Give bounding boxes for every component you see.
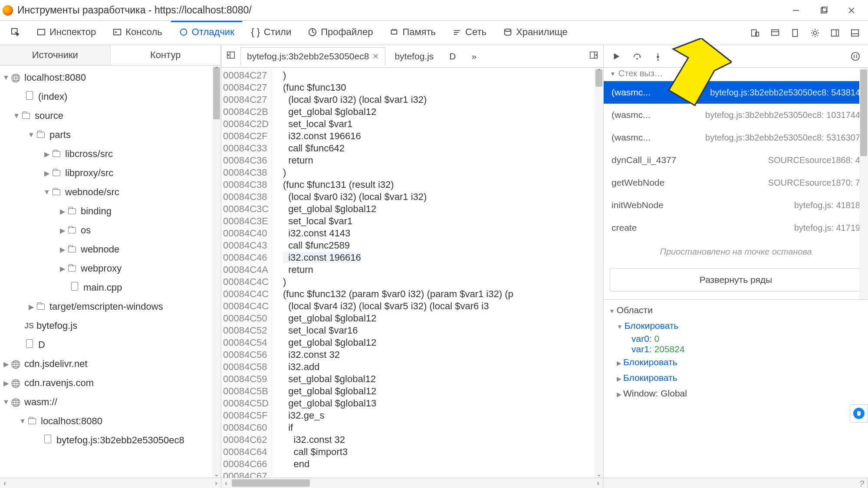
svg-rect-6	[38, 29, 45, 35]
tree-folder[interactable]: ▶target/emscripten-windows	[0, 297, 221, 316]
svg-rect-26	[852, 29, 859, 36]
svg-point-37	[657, 59, 659, 61]
sources-subtabs: Источники Контур	[0, 45, 221, 66]
tab-debugger[interactable]: Отладчик	[171, 21, 242, 43]
tree-host[interactable]: ▶cdn.ravenjs.com	[0, 373, 221, 393]
tree-file[interactable]: bytefog.js:3b2ebb2e53050ec8	[0, 431, 221, 450]
bottom-scrollbar[interactable]: ‹› ‹› ?	[0, 478, 868, 488]
svg-rect-22	[793, 29, 798, 36]
file-tab[interactable]: D	[443, 47, 462, 66]
tree-folder[interactable]: ▶libcross/src	[0, 144, 221, 164]
svg-rect-24	[832, 29, 839, 36]
tree-folder[interactable]: ▼parts	[0, 125, 221, 144]
code-editor[interactable]: ⌃⌄ 00084C2700084C2700084C2700084C2B00084…	[221, 68, 603, 478]
scope-block[interactable]: Блокировать	[623, 373, 677, 383]
stack-frame[interactable]: (wasmc...bytefog.js:3b2ebb2e53050ec8: 54…	[604, 81, 868, 104]
dock-bottom-icon[interactable]	[849, 27, 861, 39]
pick-element-button[interactable]	[3, 23, 28, 43]
file-tab-active[interactable]: bytefog.js:3b2ebb2e53050ec8✕	[240, 47, 385, 66]
svg-rect-7	[114, 29, 121, 35]
svg-point-8	[180, 29, 187, 36]
call-stack: ▼Стек выз… (wasmc...bytefog.js:3b2ebb2e5…	[604, 68, 868, 299]
tree-file[interactable]: D	[0, 335, 221, 354]
svg-marker-32	[614, 53, 620, 59]
file-tab[interactable]: bytefog.js	[388, 47, 440, 66]
scope-window[interactable]: Window: Global	[623, 388, 687, 398]
tree-folder[interactable]: ▼source	[0, 106, 221, 125]
scopes-header[interactable]: Области	[617, 305, 653, 315]
svg-rect-2	[822, 7, 828, 12]
svg-rect-1	[821, 8, 826, 13]
callstack-header[interactable]: ▼Стек выз…	[604, 68, 868, 81]
tab-styles[interactable]: { }Стили	[243, 22, 299, 43]
tree-host[interactable]: ▼localhost:8080	[0, 68, 221, 87]
stack-scrollbar[interactable]	[859, 68, 868, 299]
code-scrollbar[interactable]: ⌃⌄	[595, 68, 603, 478]
tree-folder[interactable]: ▶webproxy	[0, 259, 221, 278]
close-button[interactable]	[838, 1, 865, 20]
tab-profiler[interactable]: Профайлер	[300, 22, 381, 43]
stack-frame[interactable]: createbytefog.js: 41719	[604, 216, 868, 239]
tab-storage[interactable]: Хранилище	[495, 22, 575, 43]
tab-outline[interactable]: Контур	[111, 45, 221, 65]
scopes-panel: ▼ Области ▼ Блокировать var0: 0 var1: 20…	[604, 299, 868, 404]
tree-folder[interactable]: ▶binding	[0, 202, 221, 221]
resume-icon[interactable]	[611, 51, 622, 62]
tree-folder[interactable]: ▼localhost:8080	[0, 412, 221, 431]
debugger-controls	[604, 45, 868, 68]
file-tab-bar: bytefog.js:3b2ebb2e53050ec8✕ bytefog.js …	[221, 45, 603, 68]
maximize-button[interactable]	[810, 1, 838, 20]
tree-scrollbar[interactable]: ⌃⌄	[212, 66, 221, 478]
screenshot-icon[interactable]	[789, 27, 801, 39]
tree-folder[interactable]: ▶os	[0, 221, 221, 240]
tree-file[interactable]: JSbytefog.js	[0, 316, 221, 335]
firefox-logo-icon	[3, 5, 13, 16]
tree-folder[interactable]: ▶webnode	[0, 240, 221, 259]
code-body: )(func $func130 (local $var0 i32) (local…	[272, 68, 603, 478]
scope-variable[interactable]: var0: 0	[609, 334, 863, 344]
stack-frame[interactable]: getWebNodeSOURCEsource1870: 7	[604, 171, 868, 194]
minimize-button[interactable]	[782, 1, 810, 20]
stack-frame[interactable]: (wasmc...bytefog.js:3b2ebb2e53050ec8: 53…	[604, 126, 868, 149]
tree-folder[interactable]: ▶libproxy/src	[0, 164, 221, 183]
stack-frame[interactable]: (wasmc...bytefog.js:3b2ebb2e53050ec8: 10…	[604, 104, 868, 126]
file-tree: ⌃⌄ ▼localhost:8080 (index) ▼source ▼part…	[0, 66, 221, 478]
svg-point-17	[505, 29, 511, 32]
window-title-bar: Инструменты разработчика - https://local…	[0, 0, 868, 21]
tab-network[interactable]: Сеть	[444, 22, 494, 43]
scope-variable[interactable]: var1: 205824	[609, 344, 863, 354]
scope-block[interactable]: Блокировать	[623, 357, 677, 367]
line-numbers: 00084C2700084C2700084C2700084C2B00084C2D…	[221, 68, 272, 478]
help-icon[interactable]: ?	[859, 479, 864, 488]
svg-point-23	[813, 31, 816, 34]
scope-block[interactable]: Блокировать	[625, 321, 679, 331]
tree-file[interactable]: main.cpp	[0, 278, 221, 297]
window-title: Инструменты разработчика - https://local…	[17, 4, 252, 16]
close-icon[interactable]: ✕	[372, 52, 379, 61]
stack-frame[interactable]: dynCall_ii_4377SOURCEsource1868: 4	[604, 149, 868, 171]
pause-icon[interactable]	[850, 51, 861, 62]
tree-folder[interactable]: ▼webnode/src	[0, 183, 221, 202]
tree-host[interactable]: ▶cdn.jsdelivr.net	[0, 354, 221, 373]
tab-inspector[interactable]: Инспектор	[29, 22, 104, 43]
svg-point-38	[852, 52, 859, 60]
step-over-icon[interactable]	[631, 51, 643, 62]
tabs-overflow[interactable]: »	[465, 47, 483, 66]
tree-host[interactable]: ▼wasm://	[0, 393, 221, 412]
iframe-picker-icon[interactable]	[769, 27, 781, 39]
step-in-icon[interactable]	[652, 51, 664, 62]
toggle-sources-icon[interactable]	[224, 50, 238, 62]
tab-sources[interactable]: Источники	[0, 45, 111, 65]
svg-rect-20	[772, 29, 779, 35]
tab-memory[interactable]: Память	[381, 22, 444, 43]
teamviewer-badge-icon[interactable]	[850, 404, 868, 422]
stack-frame[interactable]: initWebNodebytefog.js: 41818	[604, 194, 868, 216]
responsive-mode-icon[interactable]	[749, 27, 761, 39]
dock-side-icon[interactable]	[829, 27, 841, 39]
expand-rows-button[interactable]: Развернуть ряды	[610, 268, 862, 291]
tab-console[interactable]: Консоль	[105, 22, 170, 43]
svg-marker-36	[656, 56, 659, 59]
tree-file[interactable]: (index)	[0, 87, 221, 106]
settings-icon[interactable]	[809, 27, 821, 39]
toggle-right-panel-icon[interactable]	[587, 50, 601, 62]
